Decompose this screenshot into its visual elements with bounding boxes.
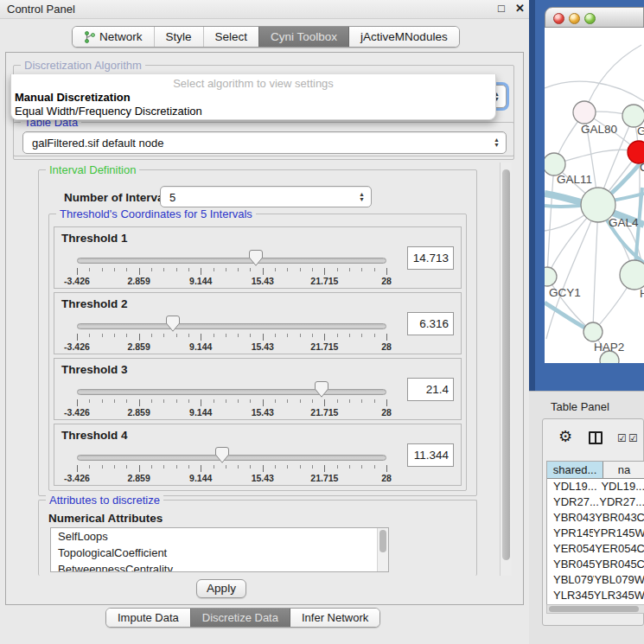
algorithm-popup: Select algorithm to view settings Manual… xyxy=(10,74,496,120)
popup-option-equal-width[interactable]: Equal Width/Frequency Discretization xyxy=(15,105,202,118)
gear-icon[interactable]: ⚙ xyxy=(558,429,572,444)
network-icon xyxy=(84,31,95,43)
scrollbar-thumb[interactable] xyxy=(379,530,386,552)
columns-icon[interactable] xyxy=(589,431,603,444)
node-label-hap2: HAP2 xyxy=(594,341,624,354)
numerical-attributes-list: SelfLoops TopologicalCoefficient Between… xyxy=(50,527,389,572)
network-nodes[interactable] xyxy=(545,101,644,363)
slider-track[interactable] xyxy=(77,258,386,264)
number-of-intervals-label: Number of Intervals xyxy=(64,191,174,204)
tab-style[interactable]: Style xyxy=(154,27,203,47)
slider-track[interactable] xyxy=(77,323,386,329)
threshold-1-slider[interactable]: -3.4262.8599.14415.4321.71528 xyxy=(77,250,386,286)
list-item[interactable]: TopologicalCoefficient xyxy=(51,545,388,561)
column-header-name[interactable]: na xyxy=(603,462,644,478)
table-horizontal-scrollbar[interactable] xyxy=(546,604,644,614)
number-of-intervals-value: 5 xyxy=(169,190,175,203)
combo-arrows-icon: ▲▼ xyxy=(494,137,500,148)
scrollbar-thumb[interactable] xyxy=(549,606,639,612)
table-row[interactable]: YBR043CYBR043C xyxy=(547,510,644,526)
float-window-icon[interactable]: □ xyxy=(498,2,505,15)
checkbox-icon[interactable]: ☑ xyxy=(628,433,638,443)
table-row[interactable]: YBL079WYBL079W xyxy=(547,572,644,588)
threshold-3-value[interactable]: 21.4 xyxy=(407,378,454,401)
node-label-g: G xyxy=(637,124,644,137)
node-label-gal11: GAL11 xyxy=(557,173,592,186)
table-row[interactable]: YDR27...YDR27... xyxy=(547,494,644,510)
tab-jactivemnodules[interactable]: jActiveMNodules xyxy=(348,27,459,47)
slider-thumb[interactable] xyxy=(315,381,328,400)
table-panel-box: ⚙ ☑ ☑ shared... na YDL19...YDL19... YDR2… xyxy=(542,418,644,626)
zoom-traffic-light-icon[interactable] xyxy=(584,13,596,24)
list-item[interactable]: SelfLoops xyxy=(51,528,388,545)
network-view-canvas[interactable]: GAL80 G C GAL11 GAL4 GCY1 H HAP2 xyxy=(545,28,644,363)
table-row[interactable]: YDL19...YDL19... xyxy=(547,479,644,494)
node-hap2[interactable] xyxy=(583,322,603,341)
tab-impute-data[interactable]: Impute Data xyxy=(106,609,190,627)
node-table: shared... na YDL19...YDL19... YDR27...YD… xyxy=(546,461,644,606)
slider-tick-labels: -3.4262.8599.14415.4321.71528 xyxy=(77,407,386,418)
interval-definition-title: Interval Definition xyxy=(46,163,139,176)
threshold-1-panel: Threshold 1 -3.4262.8599.14415.4321.7152… xyxy=(54,226,462,289)
slider-track[interactable] xyxy=(77,455,386,461)
threshold-4-slider[interactable]: -3.4262.8599.14415.4321.71528 xyxy=(77,447,386,483)
table-row[interactable]: YER054CYER054C xyxy=(547,541,644,557)
number-of-intervals-combobox[interactable]: 5 ▲▼ xyxy=(160,186,372,207)
slider-thumb[interactable] xyxy=(249,250,263,269)
table-row[interactable]: YLR345WYLR345W xyxy=(547,588,644,603)
threshold-2-value[interactable]: 6.316 xyxy=(407,312,454,335)
node-label-gal80: GAL80 xyxy=(581,123,617,136)
popup-hint: Select algorithm to view settings xyxy=(11,77,495,90)
threshold-4-panel: Threshold 4 -3.4262.8599.14415.4321.7152… xyxy=(54,424,462,486)
table-row[interactable]: YPR145WYPR145W xyxy=(547,526,644,541)
slider-track[interactable] xyxy=(77,389,386,395)
minimize-traffic-light-icon[interactable] xyxy=(569,13,580,24)
table-panel-title: Table Panel xyxy=(551,400,609,413)
settings-vertical-scrollbar[interactable] xyxy=(500,163,512,576)
list-item[interactable]: BetweennessCentrality xyxy=(51,561,388,572)
network-graph: GAL80 G C GAL11 GAL4 GCY1 H HAP2 xyxy=(545,28,644,363)
node-label-c: C xyxy=(640,161,644,174)
slider-thumb[interactable] xyxy=(215,447,229,466)
table-data-combobox[interactable]: galFiltered.sif default node ▲▼ xyxy=(22,131,507,154)
window-shadow xyxy=(529,0,535,393)
threshold-3-panel: Threshold 3 -3.4262.8599.14415.4321.7152… xyxy=(54,358,462,420)
tab-discretize-data[interactable]: Discretize Data xyxy=(190,609,290,627)
node-label-h: H xyxy=(640,287,644,300)
slider-thumb[interactable] xyxy=(166,316,180,335)
list-scrollbar[interactable] xyxy=(377,528,388,571)
popup-option-manual[interactable]: Manual Discretization xyxy=(15,91,131,104)
threshold-2-slider[interactable]: -3.4262.8599.14415.4321.71528 xyxy=(77,316,386,352)
tab-infer-network[interactable]: Infer Network xyxy=(290,609,379,627)
threshold-2-panel: Threshold 2 -3.4262.8599.14415.4321.7152… xyxy=(54,292,462,354)
node-gal80[interactable] xyxy=(573,101,596,124)
table-panel: Table Panel ⚙ ☑ ☑ shared... na YDL19...Y… xyxy=(529,391,644,644)
node-label-gcy1: GCY1 xyxy=(549,286,581,299)
control-panel-titlebar: Control Panel □ ✕ xyxy=(0,0,529,19)
close-icon[interactable]: ✕ xyxy=(515,2,525,15)
node-label-gal4: GAL4 xyxy=(609,216,639,229)
numerical-attributes-heading: Numerical Attributes xyxy=(48,512,163,525)
checkbox-icon[interactable]: ☑ xyxy=(617,433,627,443)
threshold-coordinates-title: Threshold's Coordinates for 5 Intervals xyxy=(56,207,256,220)
table-data-group: Table Data galFiltered.sif default node … xyxy=(13,122,514,160)
tab-select[interactable]: Select xyxy=(203,27,259,47)
slider-tick-labels: -3.4262.8599.14415.4321.71528 xyxy=(77,341,386,352)
column-header-shared-name[interactable]: shared... xyxy=(547,462,603,478)
control-panel-tabbar: Network Style Select Cyni Toolbox jActiv… xyxy=(72,26,460,48)
tab-network[interactable]: Network xyxy=(73,27,154,47)
slider-tick-labels: -3.4262.8599.14415.4321.71528 xyxy=(77,473,386,483)
tab-cyni-toolbox[interactable]: Cyni Toolbox xyxy=(258,27,348,47)
combo-arrows-icon: ▲▼ xyxy=(359,192,365,202)
scrollbar-thumb[interactable] xyxy=(502,169,510,560)
close-traffic-light-icon[interactable] xyxy=(553,13,564,24)
node-gcy1[interactable] xyxy=(545,267,557,286)
node-h[interactable] xyxy=(620,260,644,290)
network-window-titlebar[interactable] xyxy=(545,7,644,28)
threshold-3-slider[interactable]: -3.4262.8599.14415.4321.71528 xyxy=(77,381,386,418)
apply-button[interactable]: Apply xyxy=(196,579,246,598)
threshold-1-value[interactable]: 14.713 xyxy=(407,246,454,270)
threshold-4-value[interactable]: 11.344 xyxy=(407,443,454,467)
table-row[interactable]: YBR045CYBR045C xyxy=(547,557,644,572)
panel-title: Control Panel xyxy=(7,3,75,16)
